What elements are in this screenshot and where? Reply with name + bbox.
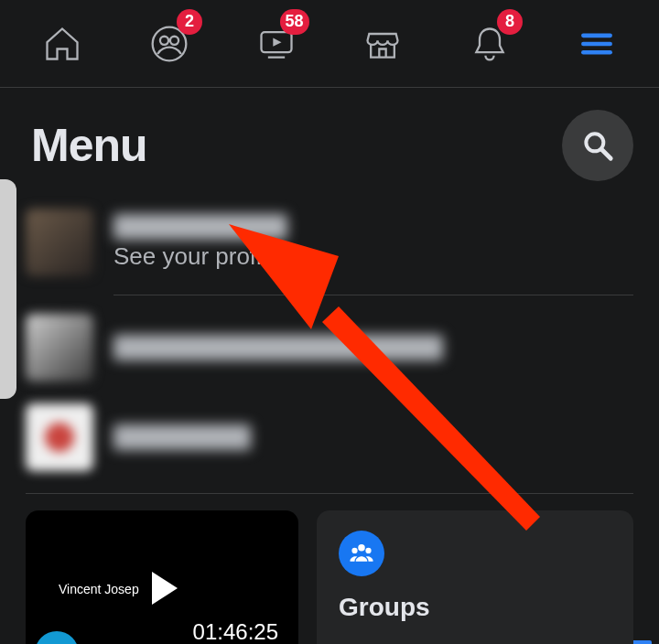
svg-point-2 xyxy=(170,36,178,44)
search-icon xyxy=(580,128,615,163)
page-name-redacted xyxy=(113,424,251,450)
profile-name-redacted xyxy=(113,214,287,240)
avatar xyxy=(26,403,93,471)
recent-video-card[interactable]: Vincent Josep 01:46:25 ZOOM xyxy=(26,510,298,644)
nav-menu[interactable] xyxy=(567,15,626,73)
avatar xyxy=(26,209,93,276)
video-app-icon xyxy=(35,631,79,644)
hamburger-icon xyxy=(577,24,617,64)
friends-badge: 2 xyxy=(177,9,202,35)
video-duration: 01:46:25 ZOOM xyxy=(193,619,278,644)
separator xyxy=(26,493,633,494)
side-handle xyxy=(0,179,16,399)
watch-badge: 58 xyxy=(280,9,309,35)
search-button[interactable] xyxy=(562,110,633,181)
row-texts xyxy=(113,424,251,450)
profile-section: See your profile xyxy=(0,198,659,494)
shortcut-cards: Vincent Josep 01:46:25 ZOOM Groups xyxy=(0,510,659,644)
profile-row[interactable]: See your profile xyxy=(26,198,633,287)
top-nav: 2 58 8 xyxy=(0,0,659,88)
home-icon xyxy=(42,24,82,64)
nav-friends[interactable]: 2 xyxy=(140,15,199,73)
notifications-badge: 8 xyxy=(497,9,523,35)
page-title: Menu xyxy=(31,119,147,172)
avatar xyxy=(26,314,93,381)
svg-point-1 xyxy=(160,36,168,44)
groups-card[interactable]: Groups xyxy=(317,510,633,644)
nav-marketplace[interactable] xyxy=(353,15,412,73)
menu-header: Menu xyxy=(0,88,659,198)
marketplace-icon xyxy=(362,24,403,64)
page-shortcut-row[interactable] xyxy=(26,303,633,392)
groups-label: Groups xyxy=(339,593,611,622)
page-shortcut-row[interactable] xyxy=(26,392,633,482)
page-name-redacted xyxy=(113,335,443,360)
nav-watch[interactable]: 58 xyxy=(247,15,306,73)
svg-line-8 xyxy=(602,150,611,159)
video-caption: Vincent Josep xyxy=(59,582,139,596)
row-texts xyxy=(113,335,443,360)
separator xyxy=(113,295,633,295)
profile-subtext: See your profile xyxy=(113,242,287,271)
groups-icon xyxy=(339,531,384,576)
profile-texts: See your profile xyxy=(113,214,287,271)
play-icon xyxy=(152,572,178,605)
nav-home[interactable] xyxy=(33,15,92,73)
nav-notifications[interactable]: 8 xyxy=(460,15,519,73)
